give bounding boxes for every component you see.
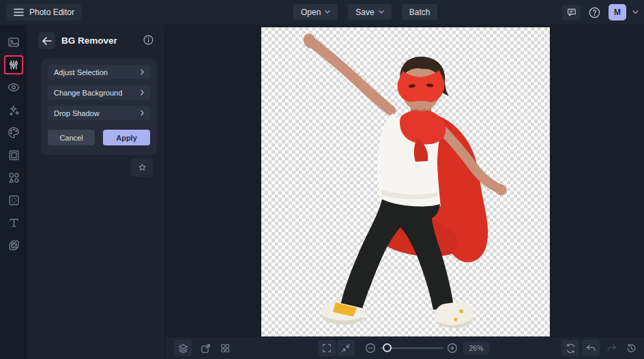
- resize-canvas-button[interactable]: [197, 340, 214, 356]
- sidebar-item-adjustments[interactable]: [4, 55, 23, 74]
- grid-icon: [220, 343, 231, 354]
- panel-title: BG Remover: [61, 35, 117, 46]
- plus-circle-icon: [446, 342, 458, 354]
- history-clock-icon: [626, 343, 637, 354]
- resize-icon: [200, 343, 211, 354]
- minus-circle-icon: [364, 342, 377, 354]
- superhero-kid-image: [261, 27, 550, 336]
- user-avatar[interactable]: M: [609, 4, 626, 20]
- account-chevron-down-icon[interactable]: [632, 10, 639, 14]
- text-icon: [8, 216, 20, 229]
- zoom-level-value[interactable]: 26%: [463, 341, 489, 355]
- top-bar: Photo Editor Open Save Batch: [0, 0, 644, 25]
- sidebar-item-effects[interactable]: [4, 100, 23, 119]
- shapes-icon: [8, 171, 20, 184]
- info-icon: [143, 34, 154, 46]
- tool-rail: [0, 25, 27, 359]
- chevron-right-icon: [141, 69, 144, 75]
- sidebar-item-image[interactable]: [4, 33, 23, 52]
- bg-remover-panel: BG Remover Adjust Selection Change Backg…: [27, 25, 166, 359]
- bottom-bar: 26%: [166, 337, 644, 359]
- sidebar-item-graphics[interactable]: [4, 168, 23, 187]
- frame-icon: [8, 149, 20, 162]
- chevron-down-icon: [325, 10, 330, 14]
- photo-editor-app: Photo Editor Open Save Batch: [0, 0, 644, 359]
- adjust-selection-row[interactable]: Adjust Selection: [48, 65, 150, 79]
- sparkles-icon: [8, 104, 20, 117]
- change-background-label: Change Background: [54, 89, 122, 97]
- card-actions: Cancel Apply: [48, 130, 150, 145]
- change-background-row[interactable]: Change Background: [48, 85, 150, 100]
- drop-shadow-label: Drop Shadow: [54, 109, 100, 117]
- bg-remover-options-card: Adjust Selection Change Background Drop …: [41, 59, 157, 155]
- image-canvas[interactable]: [261, 27, 550, 336]
- chevron-right-icon: [141, 89, 144, 96]
- sidebar-item-overlays[interactable]: [4, 190, 23, 210]
- fullscreen-button[interactable]: [318, 340, 336, 356]
- undo-icon: [585, 343, 597, 354]
- help-icon: [588, 6, 601, 19]
- sidebar-item-text[interactable]: [4, 213, 23, 232]
- arrow-left-icon: [42, 37, 52, 45]
- drop-shadow-row[interactable]: Drop Shadow: [48, 106, 150, 120]
- sliders-icon: [8, 59, 20, 71]
- history-button[interactable]: [623, 340, 639, 356]
- chevron-right-icon: [141, 110, 144, 116]
- workspace: [166, 25, 644, 337]
- fit-screen-icon: [340, 343, 351, 354]
- hamburger-icon: [14, 8, 24, 16]
- fullscreen-icon: [321, 343, 332, 354]
- favorite-button[interactable]: [131, 158, 153, 177]
- undo-button[interactable]: [582, 340, 600, 356]
- grid-view-button[interactable]: [217, 340, 233, 356]
- layers-icon: [177, 343, 189, 354]
- app-title: Photo Editor: [29, 8, 74, 17]
- eye-icon: [7, 81, 20, 94]
- fit-to-screen-button[interactable]: [337, 340, 355, 356]
- zoom-in-button[interactable]: [444, 340, 460, 356]
- batch-button[interactable]: Batch: [402, 4, 438, 20]
- sidebar-item-frames[interactable]: [4, 145, 23, 164]
- rotate-icon: [565, 343, 576, 354]
- palette-icon: [7, 126, 20, 139]
- adjust-selection-label: Adjust Selection: [54, 68, 108, 76]
- redo-icon: [606, 343, 617, 354]
- star-icon: [137, 162, 147, 173]
- rotate-refresh-button[interactable]: [561, 340, 579, 356]
- zoom-slider-handle[interactable]: [383, 343, 392, 352]
- open-button[interactable]: Open: [293, 4, 338, 20]
- info-button[interactable]: [143, 34, 154, 48]
- chevron-down-icon: [379, 10, 384, 14]
- apply-button[interactable]: Apply: [103, 130, 150, 145]
- layers-copy-icon: [8, 239, 20, 252]
- image-icon: [7, 35, 20, 49]
- main-menu-button[interactable]: Photo Editor: [7, 4, 81, 20]
- overlay-texture-icon: [8, 194, 20, 207]
- file-actions: Open Save Batch: [293, 4, 437, 20]
- sidebar-item-templates[interactable]: [4, 235, 23, 255]
- cancel-button[interactable]: Cancel: [48, 130, 95, 145]
- help-button[interactable]: [587, 5, 602, 20]
- layers-button[interactable]: [174, 340, 192, 356]
- sidebar-item-artsy[interactable]: [4, 123, 23, 142]
- topbar-right-group: M: [562, 4, 639, 20]
- redo-button[interactable]: [603, 340, 619, 356]
- sidebar-item-touchup[interactable]: [4, 78, 23, 97]
- chat-icon: [566, 7, 577, 18]
- save-button[interactable]: Save: [348, 4, 391, 20]
- feedback-button[interactable]: [562, 5, 581, 20]
- back-button[interactable]: [38, 32, 55, 49]
- zoom-out-button[interactable]: [362, 340, 379, 356]
